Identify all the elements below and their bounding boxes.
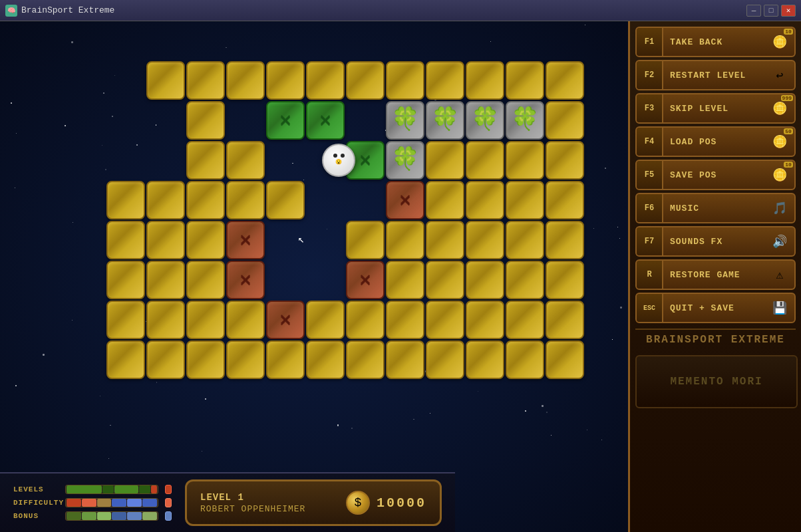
tile	[266, 181, 305, 219]
quit-label: QUIT + SAVE	[663, 303, 768, 313]
close-button[interactable]: ✕	[781, 5, 796, 17]
star	[587, 430, 587, 430]
tile	[386, 340, 424, 379]
star	[546, 412, 548, 413]
load-icon: 🪙 50	[768, 130, 792, 154]
restore-game-button[interactable]: R RESTORE GAME ⚠️	[635, 259, 796, 290]
brown-tile: ✕	[386, 181, 424, 219]
sounds-fx-button[interactable]: F7 SOUNDS FX 🔊	[635, 226, 796, 257]
star	[303, 180, 304, 180]
tile	[146, 221, 185, 259]
star	[100, 396, 100, 396]
take-back-icon: 🪙 10	[768, 30, 792, 54]
levels-handle[interactable]	[165, 485, 172, 494]
tile	[306, 340, 345, 379]
esc-key: ESC	[637, 294, 663, 322]
star	[593, 228, 595, 229]
green-tile: ✕	[306, 101, 345, 140]
star	[112, 116, 113, 117]
tile	[546, 141, 584, 180]
skip-label: SKIP LEVEL	[663, 104, 768, 114]
brown-tile: ✕	[266, 301, 305, 339]
tile	[466, 340, 504, 379]
tile	[546, 61, 584, 100]
clover-tile: 🍀	[386, 101, 424, 140]
save-pos-button[interactable]: F5 SAVE POS 🪙 10	[635, 160, 796, 190]
tile	[506, 261, 544, 299]
maximize-button[interactable]: □	[764, 5, 778, 17]
tile	[186, 301, 225, 339]
tile	[506, 340, 544, 379]
tile	[186, 340, 225, 379]
tile	[106, 340, 145, 379]
levels-row: LEVELS	[13, 485, 172, 494]
brown-tile: ✕	[346, 261, 385, 299]
title-bar-left: 🧠 BrainSport Extreme	[5, 5, 114, 17]
level-info: LEVEL 1 ROBERT OPPENHEIMER	[200, 492, 333, 514]
difficulty-handle[interactable]	[165, 498, 172, 507]
tile	[106, 181, 145, 219]
quit-save-button[interactable]: ESC QUIT + SAVE 💾	[635, 293, 796, 323]
main-container: ✕ ✕ 🍀 🍀 🍀 🍀 ✕ 🍀 😮	[0, 21, 801, 532]
music-button[interactable]: F6 MUSIC 🎵	[635, 193, 796, 223]
star	[15, 188, 15, 188]
bonus-handle[interactable]	[165, 511, 172, 521]
star	[103, 92, 104, 94]
difficulty-bar[interactable]	[65, 498, 158, 507]
tile	[106, 261, 145, 299]
take-back-badge: 10	[784, 29, 793, 35]
bonus-bar[interactable]	[65, 511, 158, 521]
take-back-button[interactable]: F1 TAKE BACK 🪙 10	[635, 27, 796, 57]
f4-key: F4	[637, 128, 663, 156]
f3-key: F3	[637, 94, 663, 122]
tile	[226, 181, 265, 219]
star	[11, 102, 12, 104]
window-title: BrainSport Extreme	[21, 5, 114, 15]
title-bar: 🧠 BrainSport Extreme — □ ✕	[0, 0, 801, 21]
brown-tile: ✕	[226, 221, 265, 259]
tile	[226, 340, 265, 379]
player-character: 😮	[321, 142, 357, 178]
tile	[186, 101, 225, 140]
tile	[466, 141, 504, 180]
tile	[546, 181, 584, 219]
skip-level-button[interactable]: F3 SKIP LEVEL 🪙 999	[635, 93, 796, 124]
app-icon: 🧠	[5, 5, 17, 17]
star	[585, 25, 585, 25]
tile	[546, 221, 584, 259]
bonus-label: BONUS	[13, 512, 60, 520]
restart-level-button[interactable]: F2 RESTART LEVEL ↩️	[635, 60, 796, 90]
tile	[506, 221, 544, 259]
tile	[466, 221, 504, 259]
stats-section: LEVELS DIFFICULTY	[13, 485, 172, 521]
tile	[346, 301, 385, 339]
brown-tile: ✕	[226, 261, 265, 299]
window-controls: — □ ✕	[746, 5, 796, 17]
memento-mori-button[interactable]: MEMENTO MORI	[635, 355, 798, 408]
f7-key: F7	[637, 227, 663, 255]
tile	[426, 61, 464, 100]
clover-tile: 🍀	[386, 141, 424, 180]
star	[202, 451, 202, 452]
tile	[506, 301, 544, 339]
star	[226, 47, 227, 49]
star	[490, 41, 491, 42]
star	[136, 144, 138, 146]
tile	[426, 181, 464, 219]
star	[605, 168, 606, 169]
right-panel: F1 TAKE BACK 🪙 10 F2 RESTART LEVEL ↩️ F3…	[628, 21, 801, 532]
tile	[186, 61, 225, 100]
tile	[426, 141, 464, 180]
tile	[546, 340, 584, 379]
tile	[386, 301, 424, 339]
levels-bar[interactable]	[65, 485, 158, 494]
load-label: LOAD POS	[663, 137, 768, 147]
load-pos-button[interactable]: F4 LOAD POS 🪙 50	[635, 126, 796, 157]
star	[542, 405, 543, 406]
star	[72, 320, 73, 321]
memento-text: MEMENTO MORI	[670, 376, 762, 388]
minimize-button[interactable]: —	[746, 5, 761, 17]
difficulty-label: DIFFICULTY	[13, 499, 60, 507]
star	[108, 458, 109, 459]
tile	[426, 340, 464, 379]
